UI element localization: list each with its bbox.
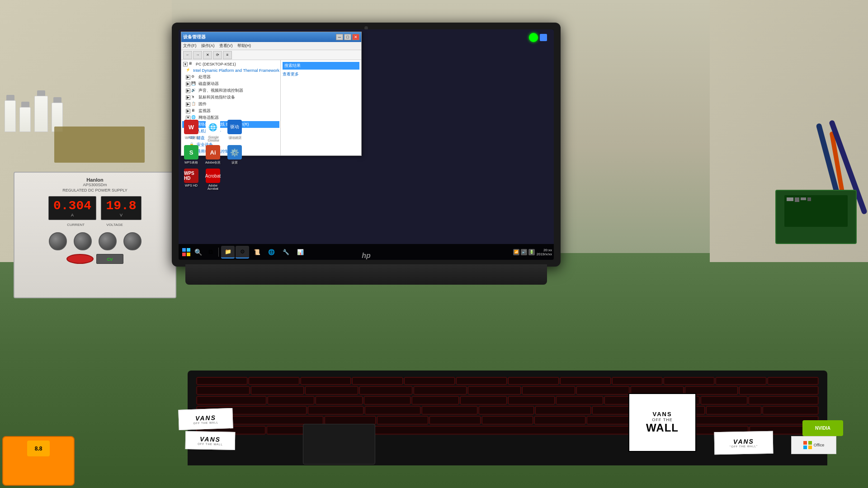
app-chrome[interactable]: 🌐 Google Chrome	[204, 120, 222, 141]
app-settings[interactable]: ⚙️ 设置	[226, 145, 244, 165]
key-t[interactable]	[460, 396, 507, 404]
app-wps-hd[interactable]: WPS HD WPS HD	[182, 169, 200, 190]
cv-button[interactable]: CV	[96, 254, 123, 264]
taskbar-app-tool1[interactable]: 🔧	[279, 246, 292, 258]
knob-3[interactable]	[99, 232, 117, 250]
key-s[interactable]	[365, 406, 420, 414]
key-7[interactable]	[522, 386, 575, 394]
toolbar-btn-4[interactable]: ⟳	[213, 51, 222, 59]
task-view[interactable]: ⧉	[205, 246, 216, 258]
key-fn7[interactable]	[508, 377, 559, 385]
key-rshift[interactable]	[692, 416, 818, 424]
key-d[interactable]	[422, 406, 477, 414]
key-a[interactable]	[308, 406, 363, 414]
tray-battery[interactable]: 🔋	[528, 249, 535, 255]
key-tab[interactable]	[197, 396, 266, 404]
app-acrobat[interactable]: Acrobat Adobe Acrobat	[204, 169, 222, 190]
search-taskbar[interactable]: 🔍	[193, 246, 204, 258]
menu-action[interactable]: 操作(A)	[201, 43, 215, 49]
key-3[interactable]	[305, 386, 358, 394]
key-u[interactable]	[556, 396, 603, 404]
tree-item-sound[interactable]: ▶ 🔊 声音、视频和游戏控制器	[182, 87, 279, 94]
taskbar-app-tool2[interactable]: 📊	[293, 246, 307, 258]
key-y[interactable]	[508, 396, 555, 404]
key-x[interactable]	[377, 416, 428, 424]
detail-link[interactable]: 查看更多	[283, 71, 359, 77]
key-fn2[interactable]	[249, 377, 299, 385]
tree-item-monitor[interactable]: ▶ 🖥 监视器	[182, 108, 279, 114]
key-4[interactable]	[359, 386, 412, 394]
key-q[interactable]	[268, 396, 314, 404]
menu-view[interactable]: 查看(V)	[219, 43, 233, 49]
tree-item-firmware[interactable]: ▶ 📋 固件	[182, 101, 279, 108]
app-driver[interactable]: 驱动 驱动精灵	[226, 120, 244, 141]
key-5[interactable]	[414, 386, 467, 394]
key-c[interactable]	[429, 416, 481, 424]
power-button[interactable]	[66, 254, 94, 264]
menu-file[interactable]: 文件(F)	[183, 43, 197, 49]
touchpad[interactable]	[303, 424, 375, 465]
key-2[interactable]	[251, 386, 304, 394]
key-z[interactable]	[325, 416, 376, 424]
multimeter-display: 8.8	[27, 441, 50, 456]
key-b[interactable]	[534, 416, 585, 424]
maximize-button[interactable]: □	[344, 34, 351, 40]
key-fn5[interactable]	[404, 377, 455, 385]
key-fn12[interactable]	[768, 377, 818, 385]
key-backspace[interactable]	[739, 386, 818, 394]
key-p[interactable]	[701, 396, 747, 404]
key-fn3[interactable]	[301, 377, 351, 385]
key-fn9[interactable]	[612, 377, 663, 385]
minimize-button[interactable]: ─	[336, 34, 343, 40]
key-e[interactable]	[364, 396, 410, 404]
toolbar-btn-1[interactable]: ←	[183, 51, 192, 59]
key-fn4[interactable]	[352, 377, 403, 385]
key-r[interactable]	[412, 396, 458, 404]
key-enter[interactable]	[749, 396, 818, 404]
menu-help[interactable]: 帮助(H)	[237, 43, 251, 49]
key-fn8[interactable]	[560, 377, 611, 385]
key-space[interactable]	[337, 426, 678, 434]
vans-brand-3: VANS	[733, 438, 754, 446]
key-8[interactable]	[576, 386, 629, 394]
key-fn10[interactable]	[664, 377, 714, 385]
key-w[interactable]	[316, 396, 362, 404]
tree-item-processor[interactable]: ▶ ⚙ 处理器	[182, 74, 279, 80]
key-g[interactable]	[535, 406, 591, 414]
taskbar-app-devmgr[interactable]: ⚙	[236, 246, 249, 258]
key-fn1[interactable]	[197, 377, 247, 385]
toolbar-btn-2[interactable]: →	[193, 51, 202, 59]
key-fn11[interactable]	[716, 377, 766, 385]
key-6[interactable]	[468, 386, 521, 394]
key-fn6[interactable]	[456, 377, 507, 385]
close-button[interactable]: ✕	[352, 34, 359, 40]
toolbar-btn-5[interactable]: ≡	[223, 51, 232, 59]
toolbar-btn-3[interactable]: ✕	[203, 51, 212, 59]
app-adobe[interactable]: Ai Adobe创意	[204, 145, 222, 165]
app-icon-wps-hd: WPS HD	[184, 169, 198, 183]
tray-volume[interactable]: 🔊	[521, 249, 527, 255]
start-button[interactable]	[180, 246, 192, 258]
tree-root[interactable]: ▼ 🖥 PC (DESKTOP-K5E1)	[182, 61, 279, 67]
taskbar-app-filemgr[interactable]: 📁	[221, 246, 235, 258]
tree-item-thermal[interactable]: ⚡ Intel Dynamic Platform and Thermal Fra…	[182, 67, 279, 74]
tree-item-mouse[interactable]: ▶ 🖱 鼠标和其他指针设备	[182, 94, 279, 101]
key-l[interactable]	[763, 406, 818, 414]
taskbar-app-term[interactable]: 📜	[250, 246, 264, 258]
key-f[interactable]	[479, 406, 534, 414]
knob-1[interactable]	[49, 232, 67, 250]
taskbar-app-browser[interactable]: 🌐	[264, 246, 278, 258]
tree-toggle-root[interactable]: ▼	[183, 62, 188, 66]
app-label-adobe: Adobe创意	[205, 160, 221, 165]
amperage-display: 0.304 A	[48, 196, 96, 220]
tree-item-storage[interactable]: ▶ 💾 磁盘驱动器	[182, 80, 279, 87]
app-wps-sheet[interactable]: S WPS表格	[182, 145, 200, 165]
key-1[interactable]	[197, 386, 250, 394]
app-wps-text[interactable]: W WPS文字	[182, 120, 200, 141]
key-k[interactable]	[706, 406, 762, 414]
key-v[interactable]	[482, 416, 533, 424]
tray-network[interactable]: 📶	[513, 249, 519, 255]
keyboard-row-4	[197, 406, 818, 414]
knob-2[interactable]	[74, 232, 92, 250]
knob-4[interactable]	[123, 232, 142, 250]
